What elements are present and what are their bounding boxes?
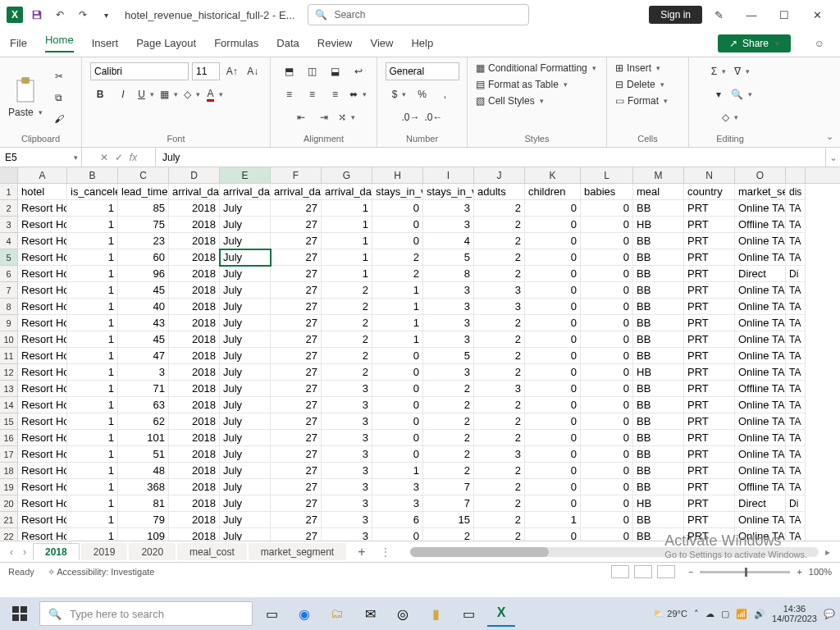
search-box[interactable]: 🔍 Search: [308, 4, 529, 25]
cell[interactable]: PRT: [684, 397, 735, 413]
cell[interactable]: Online TA: [735, 331, 786, 348]
cell[interactable]: 27: [271, 495, 322, 512]
cell[interactable]: PRT: [684, 528, 735, 541]
column-header[interactable]: K: [525, 167, 581, 183]
cell[interactable]: Resort Ho: [18, 348, 67, 364]
cell[interactable]: dis: [786, 184, 806, 200]
row-header[interactable]: 15: [0, 413, 18, 430]
cell[interactable]: PRT: [684, 348, 735, 364]
cell[interactable]: 2: [423, 430, 474, 446]
cell[interactable]: 2018: [169, 282, 220, 299]
cell[interactable]: 7: [423, 495, 474, 512]
cell[interactable]: arrival_da: [322, 184, 372, 200]
cell[interactable]: 1: [372, 331, 423, 348]
cell[interactable]: Resort Ho: [18, 495, 67, 512]
cell[interactable]: country: [684, 184, 735, 200]
notifications-icon[interactable]: 💬: [824, 609, 835, 619]
cell[interactable]: 63: [118, 397, 169, 413]
cell[interactable]: 101: [118, 430, 169, 446]
row-header[interactable]: 12: [0, 364, 18, 381]
cell[interactable]: 3: [372, 479, 423, 495]
cell[interactable]: 2018: [169, 217, 220, 233]
row-header[interactable]: 3: [0, 217, 18, 233]
cell[interactable]: 3: [474, 446, 525, 463]
cell[interactable]: 1: [67, 282, 118, 299]
align-bottom-icon[interactable]: ⬓: [326, 62, 345, 80]
find-select-icon[interactable]: 🔍▾: [732, 85, 751, 103]
cell[interactable]: 27: [271, 364, 322, 381]
row-header[interactable]: 7: [0, 282, 18, 299]
cell[interactable]: 2: [372, 266, 423, 282]
cell[interactable]: 27: [271, 233, 322, 249]
row-header[interactable]: 14: [0, 397, 18, 413]
cell[interactable]: TA: [786, 413, 806, 430]
cell[interactable]: 2: [474, 364, 525, 381]
cell[interactable]: 1: [67, 331, 118, 348]
percent-icon[interactable]: %: [413, 85, 432, 103]
tray-chevron-icon[interactable]: ˄: [694, 609, 699, 619]
cell[interactable]: 27: [271, 315, 322, 331]
minimize-button[interactable]: —: [735, 3, 768, 26]
cell[interactable]: July: [220, 479, 271, 495]
comma-icon[interactable]: ,: [436, 85, 455, 103]
cell[interactable]: stays_in_v: [372, 184, 423, 200]
menu-file[interactable]: File: [10, 37, 27, 49]
cell[interactable]: PRT: [684, 495, 735, 512]
cell[interactable]: TA: [786, 315, 806, 331]
cell[interactable]: arrival_da: [271, 184, 322, 200]
taskbar-search[interactable]: 🔍Type here to search: [39, 601, 253, 626]
notepad-icon[interactable]: ▭: [454, 600, 482, 627]
cell[interactable]: July: [220, 217, 271, 233]
cell[interactable]: hotel: [18, 184, 67, 200]
menu-formulas[interactable]: Formulas: [214, 37, 258, 49]
cell[interactable]: 0: [372, 233, 423, 249]
cell[interactable]: 27: [271, 217, 322, 233]
format-painter-icon[interactable]: 🖌: [49, 110, 69, 128]
cell[interactable]: 5: [423, 348, 474, 364]
cell[interactable]: 0: [525, 397, 581, 413]
cell[interactable]: 3: [322, 397, 372, 413]
cell[interactable]: 1: [67, 315, 118, 331]
cell[interactable]: 27: [271, 479, 322, 495]
cell[interactable]: July: [220, 381, 271, 397]
cell[interactable]: 0: [581, 430, 633, 446]
cell[interactable]: 3: [372, 495, 423, 512]
cell[interactable]: 2018: [169, 528, 220, 541]
cell[interactable]: Resort Ho: [18, 200, 67, 217]
cell[interactable]: 0: [581, 512, 633, 528]
align-center-icon[interactable]: ≡: [303, 85, 322, 103]
cell[interactable]: PRT: [684, 463, 735, 479]
cell[interactable]: 85: [118, 200, 169, 217]
cell[interactable]: 0: [372, 446, 423, 463]
cell[interactable]: PRT: [684, 364, 735, 381]
mail-icon[interactable]: ✉: [356, 600, 384, 627]
cell[interactable]: 0: [372, 528, 423, 541]
column-header[interactable]: F: [271, 167, 322, 183]
cell[interactable]: 27: [271, 249, 322, 266]
row-header[interactable]: 11: [0, 348, 18, 364]
cell[interactable]: 2: [474, 331, 525, 348]
column-header[interactable]: E: [220, 167, 271, 183]
increase-font-icon[interactable]: A↑: [223, 62, 241, 80]
maximize-button[interactable]: ☐: [768, 3, 801, 26]
cell[interactable]: 3: [322, 430, 372, 446]
cell[interactable]: BB: [633, 463, 684, 479]
row-header[interactable]: 19: [0, 479, 18, 495]
cell[interactable]: 2: [423, 446, 474, 463]
cell[interactable]: PRT: [684, 512, 735, 528]
cell[interactable]: BB: [633, 381, 684, 397]
select-all-button[interactable]: [0, 167, 18, 183]
bold-button[interactable]: B: [90, 85, 110, 103]
task-view-icon[interactable]: ▭: [258, 600, 285, 627]
cell[interactable]: 368: [118, 479, 169, 495]
insert-cells-button[interactable]: ⊞ Insert▾: [615, 62, 660, 74]
sheet-options-icon[interactable]: ⋮: [377, 546, 394, 558]
cell[interactable]: lead_time: [118, 184, 169, 200]
cell[interactable]: 0: [525, 528, 581, 541]
cell[interactable]: Offline TA: [735, 381, 786, 397]
add-sheet-button[interactable]: +: [349, 545, 373, 559]
cell[interactable]: 1: [67, 249, 118, 266]
onedrive-icon[interactable]: ☁: [705, 609, 714, 619]
align-top-icon[interactable]: ⬒: [280, 62, 299, 80]
spreadsheet-grid[interactable]: ABCDEFGHIJKLMNO 1hotelis_cancelelead_tim…: [0, 167, 840, 541]
